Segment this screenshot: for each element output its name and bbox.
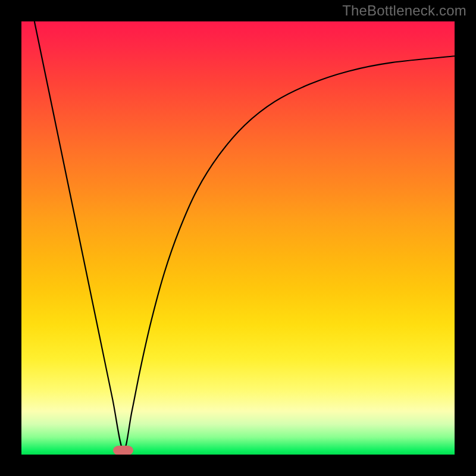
plot-area <box>21 21 455 455</box>
chart-frame: TheBottleneck.com <box>0 0 476 476</box>
bottleneck-curve <box>21 21 455 455</box>
watermark-label: TheBottleneck.com <box>342 2 466 19</box>
optimal-point-marker <box>113 446 133 455</box>
